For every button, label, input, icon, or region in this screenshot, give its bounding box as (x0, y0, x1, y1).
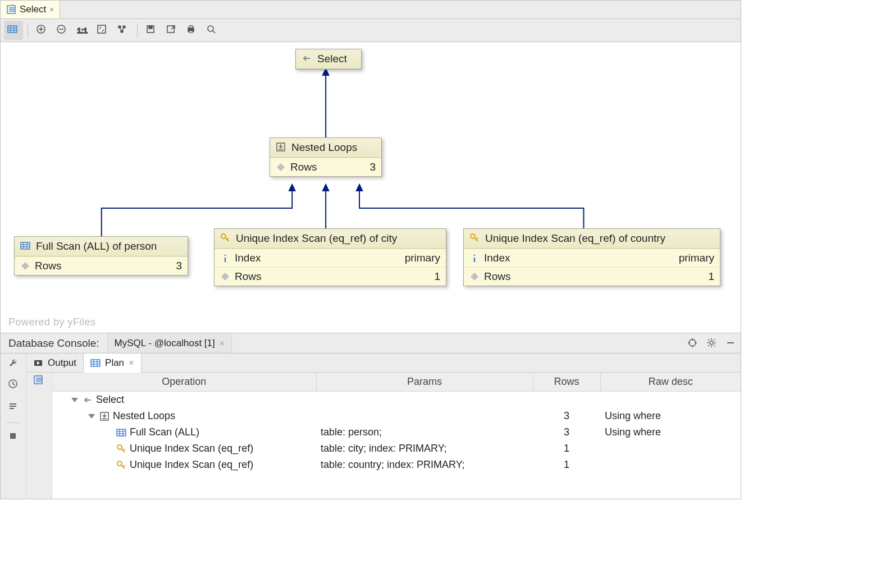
plan-table-container: Operation Params Rows Raw desc SelectNes… (52, 373, 741, 499)
index-label: Index (484, 252, 510, 264)
rows-value: 1 (434, 270, 440, 283)
node-select[interactable]: Select (295, 49, 362, 70)
hide-button[interactable] (722, 333, 741, 353)
params-cell (316, 392, 533, 408)
diagram-edges (1, 42, 741, 333)
fit-content-button[interactable] (93, 21, 112, 40)
table-icon (20, 241, 31, 252)
editor-tab-select[interactable]: Select × (1, 1, 60, 19)
print-button[interactable] (182, 21, 202, 40)
console-tab-mysql[interactable]: MySQL - @localhost [1] × (107, 333, 232, 353)
node-full-scan-person[interactable]: Full Scan (ALL) of person Rows 3 (14, 236, 188, 275)
console-title: Database Console: (1, 333, 107, 353)
params-cell (316, 408, 533, 424)
table-row[interactable]: Unique Index Scan (eq_ref)table: city; i… (52, 440, 741, 457)
op-text: Nested Loops (113, 410, 175, 422)
raw-cell (600, 440, 741, 457)
op-text: Unique Index Scan (eq_ref) (130, 459, 253, 471)
plan-diagram[interactable]: Select Nested Loops Rows 3 Full Scan (AL… (1, 42, 741, 333)
search-button[interactable] (203, 21, 222, 40)
tab-output-label: Output (48, 357, 76, 369)
disclosure-icon[interactable] (88, 414, 95, 419)
key-icon (116, 460, 126, 470)
zoom-actual-button[interactable] (73, 21, 92, 40)
node-nested-loops[interactable]: Nested Loops Rows 3 (270, 137, 382, 177)
raw-cell: Using where (600, 408, 741, 424)
close-icon[interactable]: × (129, 357, 134, 369)
target-button[interactable] (683, 333, 702, 353)
rows-cell: 1 (533, 457, 600, 473)
table-row[interactable]: Select (52, 392, 741, 408)
col-operation[interactable]: Operation (52, 373, 316, 392)
col-params[interactable]: Params (316, 373, 533, 392)
node-title: Unique Index Scan (eq_ref) of city (236, 232, 397, 245)
node-index-scan-city[interactable]: Unique Index Scan (eq_ref) of city Index… (214, 228, 446, 286)
raw-cell (600, 457, 741, 473)
table-row[interactable]: Unique Index Scan (eq_ref)table: country… (52, 457, 741, 473)
node-title: Full Scan (ALL) of person (36, 240, 157, 252)
index-value: primary (679, 252, 714, 264)
wrench-icon[interactable] (8, 357, 19, 371)
zoom-out-button[interactable] (53, 21, 72, 40)
rows-value: 3 (176, 260, 182, 272)
index-value: primary (405, 252, 440, 264)
console-subtabs: Output Plan × (26, 353, 741, 373)
arrow-left-icon (302, 53, 313, 65)
save-button[interactable] (142, 21, 161, 40)
toolbar-separator (28, 23, 28, 38)
console-tab-label: MySQL - @localhost [1] (115, 338, 215, 349)
col-rows[interactable]: Rows (533, 373, 600, 392)
export-button[interactable] (162, 21, 181, 40)
node-index-scan-country[interactable]: Unique Index Scan (eq_ref) of country In… (463, 228, 720, 286)
op-text: Select (96, 394, 124, 406)
tab-plan-label: Plan (105, 357, 124, 369)
console-header: Database Console: MySQL - @localhost [1]… (1, 333, 741, 353)
disclosure-icon[interactable] (71, 398, 78, 402)
settings-button[interactable] (702, 333, 722, 353)
rows-label: Rows (35, 260, 62, 272)
tab-output[interactable]: Output (26, 353, 84, 372)
raw-cell: Using where (600, 424, 741, 440)
node-title: Select (317, 53, 347, 65)
zoom-in-button[interactable] (33, 21, 52, 40)
output-icon[interactable] (8, 401, 19, 415)
toolbar-separator (137, 23, 138, 38)
info-icon (469, 253, 480, 263)
table-row[interactable]: Nested Loops3Using where (52, 408, 741, 424)
close-icon[interactable]: × (49, 5, 54, 14)
diamond-icon (20, 261, 30, 271)
plan-side-icon[interactable] (26, 373, 52, 499)
node-title: Unique Index Scan (eq_ref) of country (485, 232, 665, 245)
run-icon (33, 358, 43, 368)
rows-label: Rows (290, 161, 317, 173)
rows-cell: 1 (533, 440, 600, 457)
col-raw[interactable]: Raw desc (600, 373, 741, 392)
diamond-icon (469, 272, 480, 282)
rows-value: 3 (369, 161, 376, 173)
key-icon (220, 233, 231, 244)
key-icon (116, 444, 126, 454)
history-icon[interactable] (8, 379, 19, 393)
layout-button[interactable] (113, 21, 133, 40)
stop-icon[interactable] (8, 431, 19, 445)
rows-cell (533, 392, 600, 408)
gutter-separator (7, 422, 20, 423)
rows-label: Rows (484, 270, 511, 283)
database-console: Database Console: MySQL - @localhost [1]… (1, 333, 741, 499)
key-icon (469, 233, 481, 244)
params-cell: table: person; (316, 424, 533, 440)
table-row[interactable]: Full Scan (ALL)table: person;3Using wher… (52, 424, 741, 440)
close-icon[interactable]: × (220, 338, 225, 348)
plan-icon (6, 4, 16, 15)
rows-cell: 3 (533, 408, 600, 424)
op-text: Full Scan (ALL) (130, 426, 199, 438)
op-text: Unique Index Scan (eq_ref) (130, 443, 253, 454)
table-icon (116, 428, 126, 438)
console-gutter (1, 353, 26, 499)
index-label: Index (235, 252, 261, 264)
tab-plan[interactable]: Plan × (84, 353, 142, 373)
view-table-button[interactable] (4, 21, 23, 40)
nested-icon (276, 142, 287, 153)
diagram-toolbar (1, 19, 741, 42)
editor-tabbar: Select × (1, 1, 741, 19)
